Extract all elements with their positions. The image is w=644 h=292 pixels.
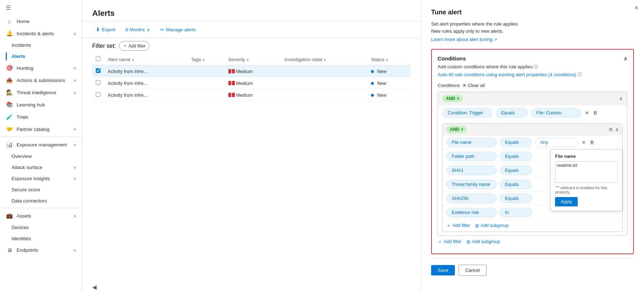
sidebar-item-assets[interactable]: 💼 Assets ∧ [0, 210, 82, 222]
sort-icon: ∨ [132, 58, 134, 62]
sidebar-item-overview[interactable]: Overview [6, 151, 82, 162]
select-all-checkbox[interactable] [96, 56, 100, 61]
col-tags[interactable]: Tags ∨ [188, 54, 225, 65]
sidebar-item-incidents-alerts[interactable]: 🔔 Incidents & alerts ∨ [0, 27, 82, 40]
delete-row-icon[interactable]: 🗑 [590, 140, 594, 145]
incidents-alerts-icon: 🔔 [6, 30, 13, 37]
operator-pill-equals[interactable]: Equals [500, 166, 532, 175]
apply-button[interactable]: Apply [555, 197, 578, 206]
sidebar-item-secure-score[interactable]: Secure score [6, 184, 82, 195]
panel-desc-line2: New rules apply only to new alerts. [431, 28, 634, 35]
outer-add-filter-button[interactable]: ＋ Add filter [438, 239, 461, 245]
field-pill-sha1[interactable]: SHA1 [446, 166, 497, 175]
sidebar-item-trials[interactable]: 🧪 Trials [0, 111, 82, 123]
delete-row-button[interactable]: 🗑 [593, 110, 598, 115]
table-row[interactable]: Activity from infre... Medium [92, 77, 411, 89]
manage-alerts-button[interactable]: ✏ Manage alerts [157, 25, 199, 34]
sidebar-item-alerts[interactable]: Alerts [6, 51, 82, 62]
sidebar-item-home[interactable]: ⌂ Home [0, 15, 82, 27]
conditions-box-title: Conditions ∧ [438, 55, 627, 62]
delete-condition-button[interactable]: ✕ [585, 110, 589, 116]
sidebar-item-threat-intelligence[interactable]: 🕵 Threat intelligence ∨ [0, 86, 82, 99]
equals-pill[interactable]: Equals [496, 108, 528, 118]
conditions-subtitle: Add custom conditions where this rule ap… [438, 64, 627, 70]
operator-pill-equals[interactable]: Equals [500, 180, 532, 189]
sort-icon: ∨ [202, 58, 205, 62]
clear-all-button[interactable]: ✕ Clear all [462, 83, 485, 88]
sev-sq2 [232, 93, 235, 97]
field-pill-sha256[interactable]: SHA256 [446, 194, 497, 203]
sev-sq2 [232, 69, 235, 73]
cancel-button[interactable]: Cancel [459, 265, 487, 276]
sidebar-item-incidents[interactable]: Incidents [6, 40, 82, 51]
file-name-row: File name Equals Any ✕ 🗑 File name readm… [443, 135, 622, 149]
outer-and-badge[interactable]: AND ∨ [442, 95, 463, 102]
file-name-dropdown: File name readme.txt "*" wildcard is ena… [550, 149, 622, 211]
sidebar-item-label: Assets [17, 213, 31, 219]
chevron-down-icon: ∧ [73, 214, 76, 218]
conditions-collapse-icon[interactable]: ∧ [623, 55, 627, 62]
operator-pill-equals[interactable]: Equals [500, 138, 532, 147]
collapse-icon[interactable]: ∧ [615, 127, 619, 132]
x-icon: ✕ [462, 83, 466, 88]
chevron-down-icon: ∨ [73, 91, 76, 95]
outer-add-subgroup-button[interactable]: ⊞ Add subgroup [466, 239, 500, 245]
scroll-left-icon[interactable]: ◀ [92, 284, 97, 291]
delete-value-button[interactable]: ✕ [582, 140, 586, 145]
condition-trigger-pill[interactable]: Condition: Trigger [442, 108, 493, 118]
sidebar-item-endpoints[interactable]: 🖥 Endpoints ∧ [0, 244, 82, 256]
table-row[interactable]: Activity from infre... Medium [92, 65, 411, 77]
sidebar-item-exposure-insights[interactable]: Exposure insights ∨ [6, 173, 82, 184]
table-row[interactable]: Activity from infre... Medium [92, 89, 411, 101]
value-pill-any[interactable]: Any [535, 138, 578, 147]
sidebar-item-hunting[interactable]: 🎯 Hunting ∨ [0, 62, 82, 74]
save-button[interactable]: Save [431, 265, 455, 275]
field-pill-threatfamily[interactable]: Threat family name [446, 180, 497, 189]
sidebar-item-identities[interactable]: Identities [6, 233, 82, 244]
panel-title: Tune alert [431, 9, 634, 16]
severity-badge: Medium [228, 92, 278, 98]
operator-pill-equals[interactable]: Equals [500, 194, 532, 203]
hamburger-icon[interactable]: ☰ [0, 0, 82, 15]
col-investigation-state[interactable]: Investigation state ∨ [281, 54, 367, 65]
row-checkbox[interactable] [96, 80, 100, 85]
operator-pill-equals[interactable]: Equals [500, 152, 532, 161]
copy-icon[interactable]: ⧉ [609, 127, 612, 132]
sidebar-item-attack-surface[interactable]: Attack surface ∨ [6, 162, 82, 173]
col-severity[interactable]: Severity ∨ [225, 54, 281, 65]
file-custom-pill[interactable]: File: Custom [531, 108, 581, 118]
row-checkbox[interactable] [96, 68, 100, 73]
sidebar-item-learning-hub[interactable]: 📚 Learning hub [0, 99, 82, 111]
sidebar-item-actions-submissions[interactable]: 📤 Actions & submissions ∨ [0, 74, 82, 86]
col-status[interactable]: Status ∨ [367, 54, 411, 65]
file-name-input[interactable]: readme.txt [555, 161, 618, 183]
panel-desc-line1: Set alert properties where the rule appl… [431, 20, 634, 28]
field-pill-evidencerole[interactable]: Evidence role [446, 208, 497, 217]
add-filter-button[interactable]: ＋ Add filter [119, 41, 149, 51]
sidebar-item-devices[interactable]: Devices [6, 222, 82, 233]
inner-add-filter-button[interactable]: ＋ Add filter [446, 223, 470, 229]
clear-all-label: Clear all [468, 83, 485, 88]
inner-and-badge[interactable]: AND ∨ [446, 126, 467, 133]
operator-pill-in[interactable]: In [500, 208, 532, 217]
panel-close-button[interactable]: × [634, 4, 638, 12]
conditions-header: Conditions ✕ Clear all [438, 83, 627, 88]
sidebar-item-data-connectors[interactable]: Data connectors [6, 195, 82, 206]
field-pill-filename[interactable]: File name [446, 138, 497, 147]
field-pill-folderpath[interactable]: Folder path [446, 152, 497, 161]
learning-hub-icon: 📚 [6, 101, 13, 108]
sort-icon: ∨ [246, 58, 249, 62]
sidebar-item-exposure-management[interactable]: 📊 Exposure management ∧ [0, 138, 82, 151]
severity-badge: Medium [228, 69, 278, 74]
plus-icon: ＋ [438, 239, 442, 245]
export-button[interactable]: ⬇ Export [92, 25, 119, 34]
sidebar-item-partner-catalog[interactable]: 🤝 Partner catalog ∨ [0, 123, 82, 135]
row-checkbox[interactable] [96, 92, 100, 97]
autofill-link[interactable]: Auto-fill rule conditions using existing… [438, 72, 627, 78]
select-all-cell [92, 54, 104, 65]
col-alert-name[interactable]: Alert name ∨ [104, 54, 188, 65]
learn-more-link[interactable]: Learn more about alert tuning [431, 37, 493, 42]
inner-add-subgroup-button[interactable]: ⊞ Add subgroup [475, 223, 509, 228]
collapse-icon[interactable]: ∧ [619, 96, 623, 101]
months-dropdown-button[interactable]: 6 Months ∨ [122, 25, 154, 34]
